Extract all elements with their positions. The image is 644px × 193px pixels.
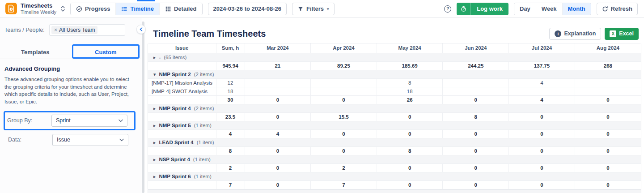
expand-group-icon[interactable]: ▶: [153, 124, 156, 128]
refresh-icon: [602, 6, 608, 12]
log-work-button[interactable]: Log work: [457, 3, 508, 15]
issue-cell: [148, 180, 216, 189]
chevron-down-icon: [119, 119, 123, 122]
issue-cell[interactable]: [NMP-17] Mission Analysis: [148, 78, 216, 87]
tag-remove-icon[interactable]: ×: [54, 27, 57, 33]
value-cell: [575, 78, 641, 87]
table-row: 4400000: [148, 129, 641, 138]
issue-cell[interactable]: [NMP-4] SWOT Analysis: [148, 87, 216, 95]
column-header[interactable]: Aug 2024: [575, 43, 641, 53]
period-day[interactable]: Day: [514, 3, 536, 15]
main-panel: Timeline Team Timesheets i Explanation X…: [145, 18, 644, 193]
group-count: (2 items): [194, 72, 214, 77]
vertical-scrollbar[interactable]: [142, 21, 144, 193]
app-subtitle: Timeline Weekly: [21, 9, 56, 15]
group-label: -: [159, 55, 161, 60]
explanation-button[interactable]: i Explanation: [549, 28, 601, 40]
column-header[interactable]: Jul 2024: [509, 43, 575, 53]
value-cell: 23.5: [216, 112, 245, 121]
group-row: ▶NSP Sprint 4(1 item): [148, 155, 641, 163]
value-cell: 0: [245, 163, 311, 172]
column-header[interactable]: Mar 2024: [245, 43, 311, 53]
value-cell: 0: [575, 163, 641, 172]
value-cell: 12: [216, 78, 245, 87]
tab-detailed[interactable]: Detailed: [159, 3, 202, 15]
tab-progress[interactable]: Progress: [71, 3, 115, 15]
filters-label: Filters: [306, 5, 324, 12]
value-cell: 0: [443, 180, 509, 189]
date-range-value: 2024-03-26 to 2024-08-26: [213, 5, 282, 12]
value-cell: 2: [311, 163, 377, 172]
sidebar-collapse-button[interactable]: [136, 25, 146, 34]
group-label: NSP Sprint 4: [159, 157, 190, 162]
tab-custom-label: Custom: [95, 49, 116, 56]
detailed-grid-icon: [165, 6, 171, 12]
column-header[interactable]: Sum, h: [216, 43, 245, 53]
value-cell: 7: [311, 180, 377, 189]
help-icon[interactable]: ?: [444, 5, 451, 13]
column-header[interactable]: Apr 2024: [311, 43, 377, 53]
group-count: (1 item): [194, 174, 212, 179]
excel-export-button[interactable]: X Excel: [605, 28, 639, 40]
data-field: Data: Issue: [4, 134, 136, 146]
group-by-label: Group By:: [7, 117, 51, 124]
data-select[interactable]: Issue: [52, 134, 128, 146]
chevron-updown-icon[interactable]: [61, 6, 65, 12]
value-cell: 18: [377, 87, 443, 95]
value-cell: 0: [575, 129, 641, 138]
collapse-group-icon[interactable]: ▼: [153, 73, 156, 77]
value-cell: [509, 87, 575, 95]
group-by-select[interactable]: Sprint: [51, 115, 127, 127]
value-cell: 945.94: [216, 61, 245, 70]
tab-custom[interactable]: Custom: [71, 46, 141, 59]
value-cell: 0: [245, 180, 311, 189]
log-work-label: Log work: [471, 3, 508, 15]
period-week[interactable]: Week: [536, 3, 562, 15]
value-cell: 8: [377, 78, 443, 87]
value-cell: [443, 78, 509, 87]
table-row: [NMP-4] SWOT Analysis1818: [148, 87, 641, 95]
refresh-button[interactable]: Refresh: [597, 3, 638, 15]
table-row: 7070000: [148, 180, 641, 189]
value-cell: [311, 87, 377, 95]
teams-people-field: Teams / People: × All Users Team: [0, 18, 141, 41]
period-month[interactable]: Month: [562, 3, 591, 15]
value-cell: [443, 87, 509, 95]
issue-cell: [148, 112, 216, 121]
value-cell: 0: [377, 163, 443, 172]
expand-group-icon[interactable]: ▶: [153, 107, 156, 111]
value-cell: 244.25: [443, 61, 509, 70]
date-range-button[interactable]: 2024-03-26 to 2024-08-26: [208, 3, 287, 15]
timeline-list-icon: [121, 6, 127, 12]
period-switcher: Day Week Month: [514, 3, 591, 15]
top-accent-bar: [137, 0, 155, 1]
column-header[interactable]: Jun 2024: [443, 43, 509, 53]
value-cell: 0: [443, 146, 509, 155]
expand-group-icon[interactable]: ▶: [153, 56, 156, 60]
value-cell: [245, 87, 311, 95]
column-header[interactable]: May 2024: [377, 43, 443, 53]
main-header: Timeline Team Timesheets i Explanation X…: [148, 24, 641, 43]
value-cell: 0: [311, 129, 377, 138]
app-switcher[interactable]: Timesheets Timeline Weekly: [5, 3, 65, 14]
issue-cell: [148, 146, 216, 155]
tab-templates[interactable]: Templates: [0, 46, 71, 59]
column-header[interactable]: Issue: [148, 43, 216, 53]
value-cell: 0: [245, 95, 311, 104]
issue-cell: [148, 163, 216, 172]
group-row: ▶NMP Sprint 6(1 item): [148, 172, 641, 180]
teams-people-input[interactable]: × All Users Team: [49, 24, 125, 36]
value-cell: 0: [575, 180, 641, 189]
period-month-label: Month: [568, 5, 585, 12]
value-cell: 0: [443, 129, 509, 138]
expand-group-icon[interactable]: ▶: [153, 158, 156, 162]
tab-timeline[interactable]: Timeline: [115, 3, 159, 15]
expand-group-icon[interactable]: ▶: [153, 175, 156, 179]
view-switcher: Progress Timeline Detailed: [70, 3, 202, 15]
value-cell: 15.5: [311, 112, 377, 121]
filters-button[interactable]: Filters ▾: [292, 3, 335, 15]
value-cell: 7: [216, 180, 245, 189]
group-label: NMP Sprint 2: [159, 72, 191, 77]
expand-group-icon[interactable]: ▶: [153, 141, 156, 145]
annotation-highlight-group-by: Group By: Sprint: [4, 111, 136, 130]
